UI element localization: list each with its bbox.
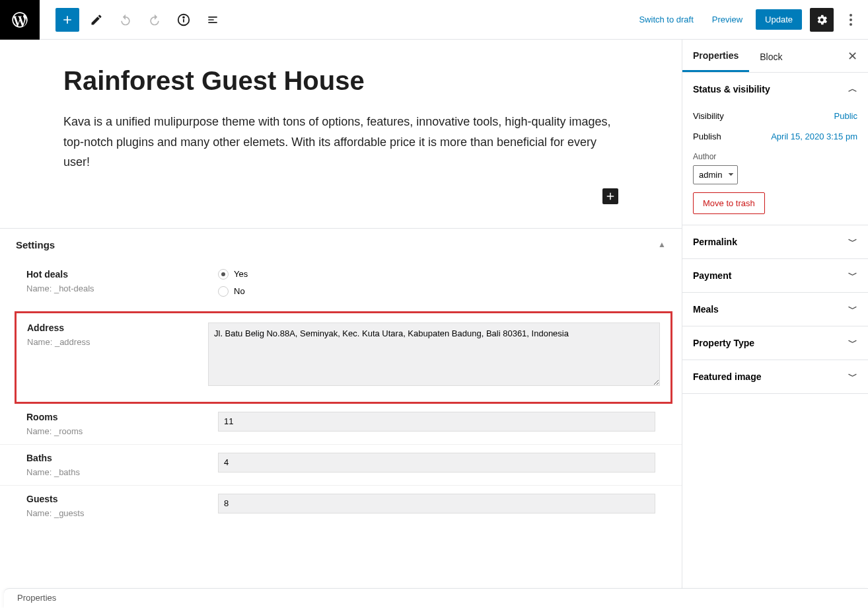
panel-property-type[interactable]: Property Type﹀	[682, 326, 868, 360]
undo-icon	[119, 13, 132, 26]
info-button[interactable]	[172, 8, 196, 32]
pencil-icon	[90, 13, 103, 26]
undo-button[interactable]	[114, 8, 137, 32]
publish-label: Publish	[693, 132, 721, 141]
close-icon: ✕	[848, 50, 857, 63]
baths-name: Name: _baths	[26, 467, 207, 477]
sidebar-close-button[interactable]: ✕	[837, 49, 868, 63]
address-name: Name: _address	[27, 337, 198, 347]
panel-status-header[interactable]: Status & visibility ︿	[682, 73, 868, 106]
more-options-button[interactable]	[842, 8, 860, 32]
panel-meals-title: Meals	[693, 304, 719, 315]
panel-featured-image-title: Featured image	[693, 371, 761, 382]
kebab-icon	[850, 14, 852, 26]
plus-icon	[604, 190, 616, 202]
guests-input[interactable]	[218, 494, 655, 513]
chevron-down-icon: ﹀	[848, 337, 857, 349]
guests-label: Guests	[26, 494, 207, 504]
tab-block[interactable]: Block	[749, 41, 793, 71]
wordpress-icon	[11, 11, 29, 29]
author-label: Author	[693, 152, 857, 161]
panel-featured-image[interactable]: Featured image﹀	[682, 360, 868, 393]
hotdeals-yes-label: Yes	[234, 269, 248, 279]
publish-value[interactable]: April 15, 2020 3:15 pm	[771, 132, 857, 141]
footer-breadcrumb[interactable]: Properties	[4, 588, 868, 608]
post-title[interactable]: Rainforest Guest House	[63, 66, 618, 96]
tab-properties[interactable]: Properties	[682, 40, 749, 72]
rooms-input[interactable]	[218, 412, 655, 432]
settings-metabox: Settings ▲ Hot deals Name: _hot-deals Ye…	[0, 228, 682, 526]
svg-point-2	[183, 17, 184, 18]
list-icon	[206, 13, 219, 26]
move-to-trash-button[interactable]: Move to trash	[693, 192, 765, 214]
redo-icon	[148, 13, 161, 26]
edit-mode-button[interactable]	[85, 8, 108, 32]
panel-property-type-title: Property Type	[693, 338, 754, 348]
preview-button[interactable]: Preview	[707, 9, 748, 30]
chevron-down-icon: ﹀	[848, 371, 857, 383]
editor-canvas: Rainforest Guest House Kava is a unified…	[0, 40, 682, 608]
svg-point-4	[850, 19, 852, 21]
panel-payment-title: Payment	[693, 270, 731, 281]
baths-input[interactable]	[218, 453, 655, 473]
top-toolbar: Switch to draft Preview Update	[0, 0, 868, 40]
gear-icon	[815, 13, 828, 26]
hotdeals-radio-yes[interactable]	[218, 269, 229, 280]
visibility-value[interactable]: Public	[834, 111, 857, 121]
chevron-up-icon: ︿	[848, 83, 857, 95]
panel-meals[interactable]: Meals﹀	[682, 293, 868, 326]
hotdeals-name: Name: _hot-deals	[26, 284, 207, 293]
visibility-label: Visibility	[693, 111, 724, 121]
settings-metabox-header[interactable]: Settings ▲	[0, 229, 682, 261]
field-rooms: Rooms Name: _rooms	[0, 404, 682, 445]
baths-label: Baths	[26, 453, 207, 463]
update-button[interactable]: Update	[756, 9, 802, 30]
inline-add-block-button[interactable]	[602, 188, 618, 204]
address-label: Address	[27, 323, 198, 333]
hotdeals-label: Hot deals	[26, 269, 207, 280]
hotdeals-radio-no[interactable]	[218, 286, 229, 297]
panel-permalink[interactable]: Permalink﹀	[682, 225, 868, 258]
switch-to-draft-button[interactable]: Switch to draft	[633, 9, 698, 30]
chevron-down-icon: ﹀	[848, 303, 857, 315]
chevron-down-icon: ﹀	[848, 270, 857, 282]
add-block-button[interactable]	[55, 8, 79, 32]
outline-button[interactable]	[201, 8, 225, 32]
field-address-highlighted: Address Name: _address	[15, 311, 672, 404]
svg-point-3	[850, 14, 852, 17]
panel-permalink-title: Permalink	[693, 237, 737, 247]
panel-status-title: Status & visibility	[693, 84, 770, 95]
settings-metabox-title: Settings	[16, 239, 55, 250]
panel-payment[interactable]: Payment﹀	[682, 259, 868, 292]
redo-button[interactable]	[143, 8, 166, 32]
chevron-down-icon: ﹀	[848, 236, 857, 248]
hotdeals-no-label: No	[234, 286, 245, 296]
rooms-name: Name: _rooms	[26, 426, 207, 436]
plus-icon	[61, 13, 74, 26]
address-input[interactable]	[208, 323, 660, 386]
wordpress-logo[interactable]	[0, 0, 40, 40]
guests-name: Name: _guests	[26, 508, 207, 518]
sidebar: Properties Block ✕ Status & visibility ︿…	[682, 40, 868, 608]
settings-button[interactable]	[810, 8, 834, 32]
svg-point-5	[850, 23, 852, 26]
field-hotdeals: Hot deals Name: _hot-deals Yes No	[0, 261, 682, 311]
info-icon	[176, 13, 191, 27]
collapse-icon: ▲	[658, 240, 666, 249]
field-guests: Guests Name: _guests	[0, 486, 682, 526]
post-description[interactable]: Kava is a unified mulipurpose theme with…	[63, 112, 618, 172]
field-baths: Baths Name: _baths	[0, 445, 682, 486]
rooms-label: Rooms	[26, 412, 207, 422]
author-select[interactable]: admin	[693, 165, 738, 184]
